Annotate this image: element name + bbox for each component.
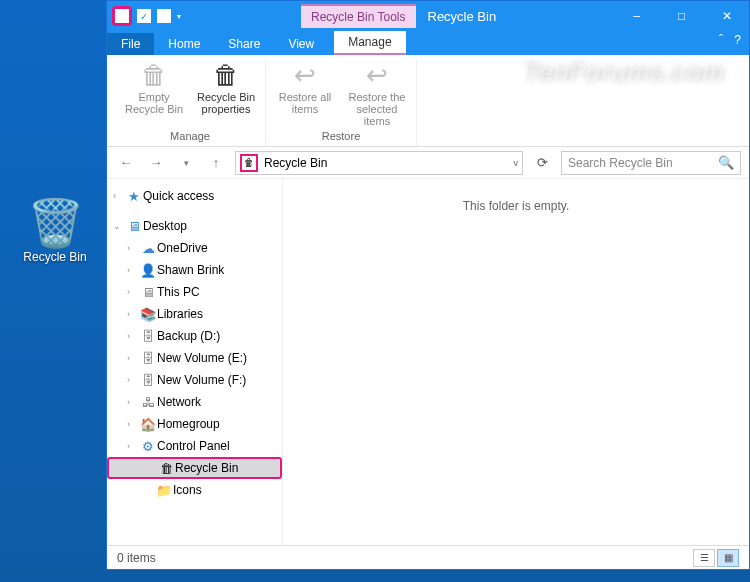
tree-item-label: Backup (D:): [157, 329, 220, 343]
address-box[interactable]: 🗑 Recycle Bin v: [235, 151, 523, 175]
restore-all-icon: ↩: [294, 59, 316, 91]
quick-access-toolbar: 🗑 ✓ ▾: [107, 7, 181, 25]
tree-item[interactable]: ›👤Shawn Brink: [107, 259, 282, 281]
nav-forward-button[interactable]: →: [145, 152, 167, 174]
nav-back-button[interactable]: ←: [115, 152, 137, 174]
recycle-bin-icon: 🗑️: [20, 200, 90, 246]
close-button[interactable]: ✕: [704, 1, 749, 31]
location-recycle-bin-icon[interactable]: 🗑: [240, 154, 258, 172]
chevron-right-icon[interactable]: ›: [127, 331, 139, 341]
ribbon-group-restore: ↩ Restore all items ↩ Restore the select…: [266, 59, 417, 146]
status-bar: 0 items ☰ ▦: [107, 545, 749, 569]
tree-item[interactable]: ›🏠Homegroup: [107, 413, 282, 435]
tab-manage[interactable]: Manage: [334, 31, 405, 55]
tree-item-icon: 🗄: [139, 373, 157, 388]
chevron-down-icon[interactable]: ⌄: [113, 221, 125, 231]
tree-item[interactable]: ›🗄New Volume (E:): [107, 347, 282, 369]
chevron-right-icon[interactable]: ›: [127, 441, 139, 451]
location-history-dropdown[interactable]: v: [514, 158, 519, 168]
content-pane[interactable]: This folder is empty.: [283, 179, 749, 545]
tree-icons-folder[interactable]: 📁 Icons: [107, 479, 282, 501]
chevron-right-icon[interactable]: ›: [127, 243, 139, 253]
desktop-icon: 🖥: [125, 219, 143, 234]
tree-item-icon: 🖧: [139, 395, 157, 410]
empty-folder-message: This folder is empty.: [463, 199, 569, 213]
tree-item[interactable]: ›☁OneDrive: [107, 237, 282, 259]
tab-file[interactable]: File: [107, 33, 154, 55]
window-controls: – □ ✕: [614, 1, 749, 31]
desktop-recycle-bin[interactable]: 🗑️ Recycle Bin: [20, 200, 90, 264]
navigation-pane[interactable]: › ★ Quick access ⌄ 🖥 Desktop ›☁OneDrive›…: [107, 179, 283, 545]
empty-recycle-bin-button[interactable]: 🗑 Empty Recycle Bin: [123, 59, 185, 115]
folder-icon: 📁: [155, 483, 173, 498]
tree-item[interactable]: ›⚙Control Panel: [107, 435, 282, 457]
collapse-ribbon-icon[interactable]: ˆ: [719, 33, 723, 47]
restore-selected-icon: ↩: [366, 59, 388, 91]
qat-customize-icon[interactable]: ▾: [177, 12, 181, 21]
chevron-right-icon[interactable]: ›: [127, 309, 139, 319]
chevron-right-icon[interactable]: ›: [127, 287, 139, 297]
chevron-right-icon[interactable]: ›: [127, 419, 139, 429]
window-title: Recycle Bin: [428, 9, 497, 24]
tab-home[interactable]: Home: [154, 33, 214, 55]
tree-item-icon: 📚: [139, 307, 157, 322]
tree-item-label: New Volume (F:): [157, 373, 246, 387]
tree-item[interactable]: ›🗄New Volume (F:): [107, 369, 282, 391]
bin-properties-icon: 🗑: [213, 59, 239, 91]
tree-item-label: Libraries: [157, 307, 203, 321]
tab-view[interactable]: View: [274, 33, 328, 55]
minimize-button[interactable]: –: [614, 1, 659, 31]
help-icon[interactable]: ?: [734, 33, 741, 47]
ribbon-tabs: File Home Share View Manage ˆ ?: [107, 31, 749, 55]
tree-item-icon: ⚙: [139, 439, 157, 454]
maximize-button[interactable]: □: [659, 1, 704, 31]
restore-selected-button[interactable]: ↩ Restore the selected items: [346, 59, 408, 127]
chevron-right-icon[interactable]: ›: [127, 397, 139, 407]
qat-recycle-bin-icon[interactable]: 🗑: [113, 7, 131, 25]
group-label-manage: Manage: [170, 128, 210, 146]
group-label-restore: Restore: [322, 128, 361, 146]
chevron-right-icon[interactable]: ›: [113, 191, 125, 201]
tree-item-icon: 🏠: [139, 417, 157, 432]
view-large-icons-button[interactable]: ▦: [717, 549, 739, 567]
search-icon: 🔍: [718, 155, 734, 170]
tree-item-icon: 👤: [139, 263, 157, 278]
recycle-bin-properties-button[interactable]: 🗑 Recycle Bin properties: [195, 59, 257, 115]
tree-item-label: Shawn Brink: [157, 263, 224, 277]
item-count: 0 items: [117, 551, 156, 565]
refresh-button[interactable]: ⟳: [531, 155, 553, 170]
tree-item-label: This PC: [157, 285, 200, 299]
tree-quick-access[interactable]: › ★ Quick access: [107, 185, 282, 207]
tree-desktop[interactable]: ⌄ 🖥 Desktop: [107, 215, 282, 237]
location-text: Recycle Bin: [264, 156, 508, 170]
file-explorer-window: 🗑 ✓ ▾ Recycle Bin Tools Recycle Bin – □ …: [106, 0, 750, 570]
qat-new-folder-icon[interactable]: [157, 9, 171, 23]
tab-share[interactable]: Share: [214, 33, 274, 55]
tree-item[interactable]: ›📚Libraries: [107, 303, 282, 325]
star-icon: ★: [125, 189, 143, 204]
recycle-bin-icon: 🗑: [157, 461, 175, 476]
ribbon-help-controls: ˆ ?: [711, 33, 741, 47]
titlebar: 🗑 ✓ ▾ Recycle Bin Tools Recycle Bin – □ …: [107, 1, 749, 31]
tree-item-icon: 🖥: [139, 285, 157, 300]
chevron-right-icon[interactable]: ›: [127, 265, 139, 275]
chevron-right-icon[interactable]: ›: [127, 353, 139, 363]
tree-item-label: Homegroup: [157, 417, 220, 431]
tree-item-label: New Volume (E:): [157, 351, 247, 365]
tree-item[interactable]: ›🖥This PC: [107, 281, 282, 303]
tree-item[interactable]: ›🖧Network: [107, 391, 282, 413]
ribbon-group-manage: 🗑 Empty Recycle Bin 🗑 Recycle Bin proper…: [115, 59, 266, 146]
nav-recent-dropdown[interactable]: ▾: [175, 152, 197, 174]
tree-item[interactable]: ›🗄Backup (D:): [107, 325, 282, 347]
contextual-tab-title: Recycle Bin Tools: [301, 4, 416, 28]
qat-properties-icon[interactable]: ✓: [137, 9, 151, 23]
tree-item-label: OneDrive: [157, 241, 208, 255]
view-details-button[interactable]: ☰: [693, 549, 715, 567]
explorer-body: › ★ Quick access ⌄ 🖥 Desktop ›☁OneDrive›…: [107, 179, 749, 545]
chevron-right-icon[interactable]: ›: [127, 375, 139, 385]
tree-recycle-bin[interactable]: 🗑 Recycle Bin: [107, 457, 282, 479]
nav-up-button[interactable]: ↑: [205, 152, 227, 174]
search-placeholder: Search Recycle Bin: [568, 156, 673, 170]
restore-all-button[interactable]: ↩ Restore all items: [274, 59, 336, 115]
search-box[interactable]: Search Recycle Bin 🔍: [561, 151, 741, 175]
